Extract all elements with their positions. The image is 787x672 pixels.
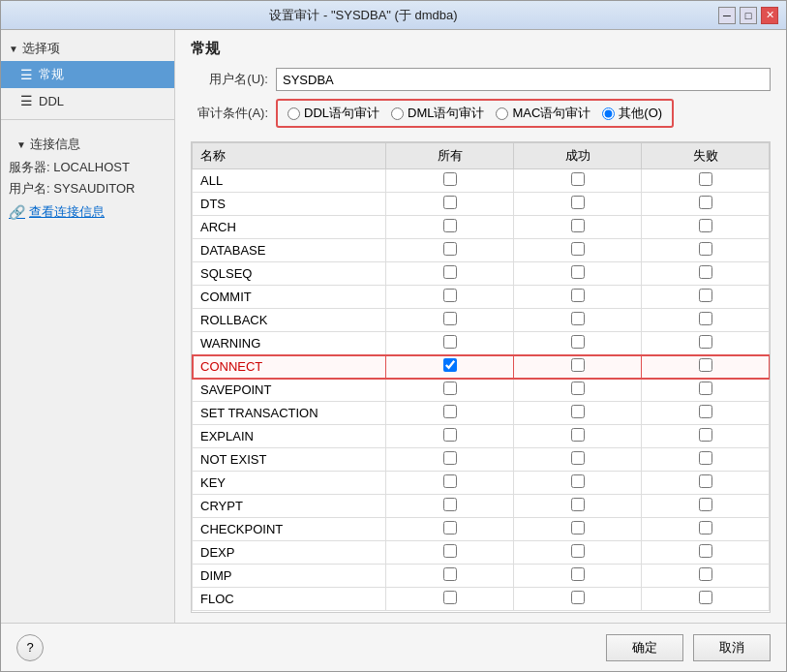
checkbox-all[interactable] — [443, 382, 457, 395]
checkbox-success[interactable] — [571, 382, 585, 395]
checkbox-success[interactable] — [571, 567, 585, 581]
checkbox-success[interactable] — [571, 358, 585, 372]
row-success[interactable] — [514, 239, 642, 262]
row-all[interactable] — [386, 193, 514, 216]
row-success[interactable] — [514, 216, 642, 239]
checkbox-fail[interactable] — [699, 521, 712, 535]
checkbox-all[interactable] — [443, 265, 457, 279]
row-fail[interactable] — [642, 518, 770, 541]
row-success[interactable] — [514, 425, 642, 448]
checkbox-all[interactable] — [443, 196, 457, 209]
checkbox-all[interactable] — [443, 289, 457, 302]
checkbox-fail[interactable] — [699, 451, 712, 465]
row-all[interactable] — [386, 565, 514, 588]
row-all[interactable] — [386, 262, 514, 286]
checkbox-fail[interactable] — [699, 428, 712, 442]
checkbox-fail[interactable] — [699, 312, 712, 325]
ok-button[interactable]: 确定 — [606, 634, 683, 661]
row-all[interactable] — [386, 332, 514, 355]
checkbox-fail[interactable] — [699, 405, 712, 418]
checkbox-all[interactable] — [443, 567, 457, 581]
row-success[interactable] — [514, 565, 642, 588]
checkbox-success[interactable] — [571, 335, 585, 349]
checkbox-fail[interactable] — [699, 591, 712, 604]
checkbox-all[interactable] — [443, 451, 457, 465]
cancel-button[interactable]: 取消 — [693, 634, 771, 661]
row-all[interactable] — [386, 518, 514, 541]
checkbox-fail[interactable] — [699, 172, 712, 186]
checkbox-success[interactable] — [571, 405, 585, 418]
row-all[interactable] — [386, 169, 514, 193]
row-all[interactable] — [386, 402, 514, 425]
audit-table-container[interactable]: 名称 所有 成功 失败 ALLDTSARCHDATABASESQLSEQCOMM… — [191, 141, 771, 613]
row-all[interactable] — [386, 286, 514, 309]
checkbox-success[interactable] — [571, 172, 585, 186]
checkbox-all[interactable] — [443, 591, 457, 604]
checkbox-all[interactable] — [443, 521, 457, 535]
row-all[interactable] — [386, 216, 514, 239]
checkbox-success[interactable] — [571, 219, 585, 232]
row-success[interactable] — [514, 518, 642, 541]
checkbox-fail[interactable] — [699, 242, 712, 256]
help-button[interactable]: ? — [16, 634, 44, 661]
row-fail[interactable] — [642, 286, 770, 309]
checkbox-fail[interactable] — [699, 544, 712, 558]
checkbox-all[interactable] — [443, 544, 457, 558]
row-success[interactable] — [514, 355, 642, 379]
checkbox-success[interactable] — [571, 242, 585, 256]
row-fail[interactable] — [642, 379, 770, 402]
checkbox-success[interactable] — [571, 428, 585, 442]
checkbox-all[interactable] — [443, 405, 457, 418]
row-all[interactable] — [386, 355, 514, 379]
row-all[interactable] — [386, 495, 514, 518]
close-button[interactable]: ✕ — [761, 7, 778, 24]
row-fail[interactable] — [642, 309, 770, 332]
radio-other-input[interactable] — [602, 107, 615, 120]
row-success[interactable] — [514, 495, 642, 518]
row-all[interactable] — [386, 541, 514, 565]
radio-ddl[interactable]: DDL语句审计 — [288, 105, 379, 122]
row-fail[interactable] — [642, 262, 770, 286]
row-fail[interactable] — [642, 495, 770, 518]
options-header[interactable]: ▼ 选择项 — [1, 36, 174, 61]
checkbox-success[interactable] — [571, 451, 585, 465]
row-success[interactable] — [514, 332, 642, 355]
checkbox-success[interactable] — [571, 474, 585, 488]
row-success[interactable] — [514, 541, 642, 565]
radio-mac[interactable]: MAC语句审计 — [496, 105, 590, 122]
row-fail[interactable] — [642, 402, 770, 425]
row-fail[interactable] — [642, 448, 770, 472]
checkbox-fail[interactable] — [699, 358, 712, 372]
checkbox-success[interactable] — [571, 265, 585, 279]
checkbox-all[interactable] — [443, 474, 457, 488]
row-all[interactable] — [386, 309, 514, 332]
checkbox-success[interactable] — [571, 498, 585, 511]
row-fail[interactable] — [642, 565, 770, 588]
row-success[interactable] — [514, 588, 642, 611]
radio-other[interactable]: 其他(O) — [602, 105, 662, 122]
checkbox-all[interactable] — [443, 219, 457, 232]
row-all[interactable] — [386, 379, 514, 402]
row-fail[interactable] — [642, 472, 770, 495]
checkbox-all[interactable] — [443, 172, 457, 186]
checkbox-fail[interactable] — [699, 265, 712, 279]
restore-button[interactable]: □ — [740, 7, 757, 24]
row-fail[interactable] — [642, 216, 770, 239]
checkbox-fail[interactable] — [699, 289, 712, 302]
checkbox-all[interactable] — [443, 312, 457, 325]
row-fail[interactable] — [642, 588, 770, 611]
row-fail[interactable] — [642, 169, 770, 193]
checkbox-success[interactable] — [571, 591, 585, 604]
row-fail[interactable] — [642, 425, 770, 448]
row-success[interactable] — [514, 448, 642, 472]
row-success[interactable] — [514, 379, 642, 402]
checkbox-fail[interactable] — [699, 335, 712, 349]
checkbox-all[interactable] — [443, 335, 457, 349]
checkbox-fail[interactable] — [699, 382, 712, 395]
row-fail[interactable] — [642, 541, 770, 565]
checkbox-fail[interactable] — [699, 219, 712, 232]
row-success[interactable] — [514, 472, 642, 495]
sidebar-item-general[interactable]: ☰ 常规 — [1, 61, 174, 88]
radio-dml[interactable]: DML语句审计 — [391, 105, 484, 122]
checkbox-fail[interactable] — [699, 474, 712, 488]
